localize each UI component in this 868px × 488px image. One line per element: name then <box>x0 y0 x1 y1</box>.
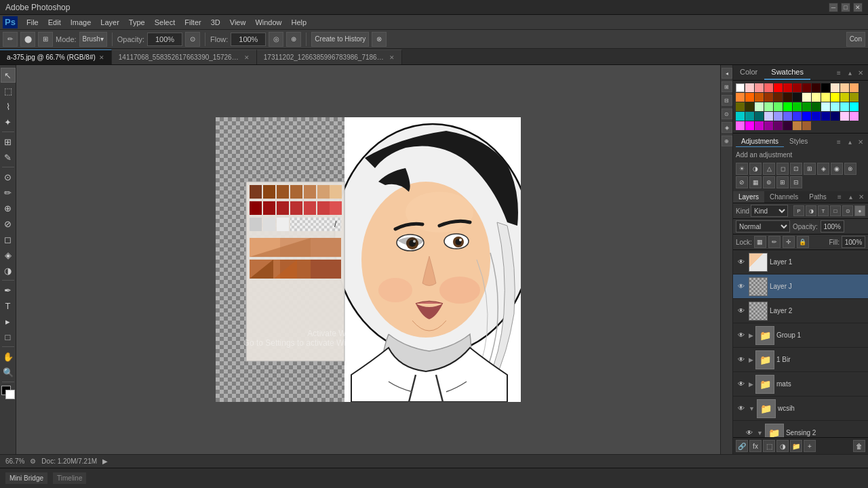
lock-transparent-btn[interactable]: ▦ <box>754 236 766 248</box>
swatch[interactable] <box>736 102 745 111</box>
levels-adj[interactable]: ◑ <box>749 163 762 175</box>
panel-tool-1[interactable]: ⊞ <box>722 81 732 92</box>
shape-tool[interactable]: □ <box>1 329 16 344</box>
swatch[interactable] <box>736 93 745 102</box>
menu-image[interactable]: Image <box>66 17 96 28</box>
swatch[interactable] <box>736 112 745 121</box>
swatch[interactable] <box>745 102 754 111</box>
swatch[interactable] <box>850 112 859 121</box>
swatch[interactable] <box>783 102 792 111</box>
swatch[interactable] <box>793 121 802 130</box>
layer-item[interactable]: 👁 Layer 1 <box>733 250 868 274</box>
channels-tab[interactable]: Channels <box>764 191 804 203</box>
close-button[interactable]: ✕ <box>853 3 863 12</box>
layers-menu-icon[interactable]: ≡ <box>835 192 844 202</box>
gradient-map-adj[interactable]: ▦ <box>749 176 762 188</box>
swatch[interactable] <box>802 112 811 121</box>
group-arrow[interactable]: ▼ <box>749 405 755 412</box>
swatch[interactable] <box>793 112 802 121</box>
adjustments-tab[interactable]: Adjustments <box>736 136 784 147</box>
menu-file[interactable]: File <box>22 17 43 28</box>
fill-input[interactable] <box>842 236 865 248</box>
swatch[interactable] <box>755 93 764 102</box>
filter-toggle[interactable]: ● <box>854 205 865 216</box>
color-balance-adj[interactable]: ◈ <box>817 163 829 175</box>
layer-item[interactable]: 👁 Layer 2 <box>733 299 868 323</box>
type-tool[interactable]: T <box>1 298 16 313</box>
swatch[interactable] <box>755 83 764 92</box>
opacity-input[interactable] <box>821 220 844 232</box>
path-selection-tool[interactable]: ▸ <box>1 314 16 329</box>
swatch[interactable] <box>840 83 849 92</box>
menu-edit[interactable]: Edit <box>43 17 66 28</box>
swatch[interactable] <box>764 112 773 121</box>
add-style-btn[interactable]: fx <box>749 440 762 452</box>
group-arrow[interactable]: ▼ <box>757 430 763 436</box>
layer-group-item[interactable]: 👁 ▶ 📁 Group 1 <box>733 323 868 348</box>
opacity-jitter-btn[interactable]: ⊙ <box>185 32 200 47</box>
panel-tool-4[interactable]: ◈ <box>722 122 732 133</box>
background-color[interactable] <box>5 390 15 399</box>
adj-expand-icon[interactable]: ▴ <box>845 137 854 146</box>
panel-tool-3[interactable]: ⊙ <box>722 108 732 119</box>
swatch[interactable] <box>802 102 811 111</box>
swatch[interactable] <box>821 93 830 102</box>
tab-3[interactable]: 17311202_1266385996783986_71867769630620… <box>257 49 402 64</box>
channel-mixer-adj[interactable]: ⊘ <box>736 176 748 188</box>
layer-visibility-toggle[interactable]: 👁 <box>736 257 747 268</box>
new-layer-btn[interactable]: + <box>804 440 816 452</box>
filter-smart-icon[interactable]: ⊙ <box>842 205 853 216</box>
swatch[interactable] <box>802 83 811 92</box>
layer-item[interactable]: 👁 Layer J <box>733 274 868 299</box>
swatch[interactable] <box>821 83 830 92</box>
dodge-tool[interactable]: ◑ <box>1 263 16 278</box>
swatch[interactable] <box>755 121 764 130</box>
eyedropper-tool[interactable]: ✎ <box>1 150 16 165</box>
tablet-btn[interactable]: ⊗ <box>372 32 387 47</box>
swatch[interactable] <box>764 121 773 130</box>
clone-stamp-tool[interactable]: ⊕ <box>1 201 16 216</box>
swatch[interactable] <box>793 93 802 102</box>
swatch[interactable] <box>831 102 840 111</box>
foreground-background-colors[interactable] <box>1 386 15 399</box>
panel-menu-icon[interactable]: ≡ <box>834 68 844 77</box>
magic-wand-tool[interactable]: ✦ <box>1 115 16 129</box>
swatch[interactable] <box>774 102 783 111</box>
layer-visibility-toggle[interactable]: 👁 <box>736 306 747 317</box>
tab-2[interactable]: 14117068_558352617663390_157266436800199… <box>112 49 257 64</box>
layer-visibility-toggle[interactable]: 👁 <box>736 330 747 341</box>
mini-bridge-btn[interactable]: Mini Bridge <box>5 472 47 484</box>
timeline-btn[interactable]: Timeline <box>53 472 86 484</box>
delete-layer-btn[interactable]: 🗑 <box>853 440 865 452</box>
layer-group-item[interactable]: 👁 ▼ 📁 Sensing 2 <box>733 421 868 437</box>
filter-adj-icon[interactable]: ◑ <box>806 205 816 216</box>
posterize-adj[interactable]: ⊟ <box>790 176 802 188</box>
new-adj-btn[interactable]: ◑ <box>776 440 789 452</box>
filter-shape-icon[interactable]: □ <box>830 205 841 216</box>
opacity-input[interactable] <box>147 33 182 46</box>
panel-collapse-btn[interactable]: ◂ <box>722 68 732 79</box>
threshold-adj[interactable]: ⊞ <box>776 176 789 188</box>
lock-position-btn[interactable]: ✛ <box>783 236 795 248</box>
swatch[interactable] <box>783 83 792 92</box>
hsl-adj[interactable]: ⊞ <box>804 163 816 175</box>
swatch[interactable] <box>812 93 821 102</box>
swatch[interactable] <box>821 112 830 121</box>
swatch[interactable] <box>736 83 745 92</box>
swatch[interactable] <box>850 83 859 92</box>
swatch[interactable] <box>783 93 792 102</box>
swatch[interactable] <box>783 121 792 130</box>
brush-size-btn[interactable]: ⬤ <box>20 32 35 47</box>
marquee-tool[interactable]: ⬚ <box>1 83 16 98</box>
minimize-button[interactable]: ─ <box>829 3 838 12</box>
swatch[interactable] <box>745 83 754 92</box>
window-buttons[interactable]: ─ □ ✕ <box>829 3 863 12</box>
canvas-area[interactable]: / Activate Windows <box>16 65 720 454</box>
menu-view[interactable]: View <box>225 17 251 28</box>
panel-tool-2[interactable]: ⊟ <box>722 95 732 106</box>
layer-visibility-toggle[interactable]: 👁 <box>744 428 755 438</box>
swatch[interactable] <box>745 93 754 102</box>
group-arrow[interactable]: ▶ <box>749 357 753 363</box>
layer-group-item[interactable]: 👁 ▶ 📁 mats <box>733 372 868 396</box>
swatch[interactable] <box>840 93 849 102</box>
